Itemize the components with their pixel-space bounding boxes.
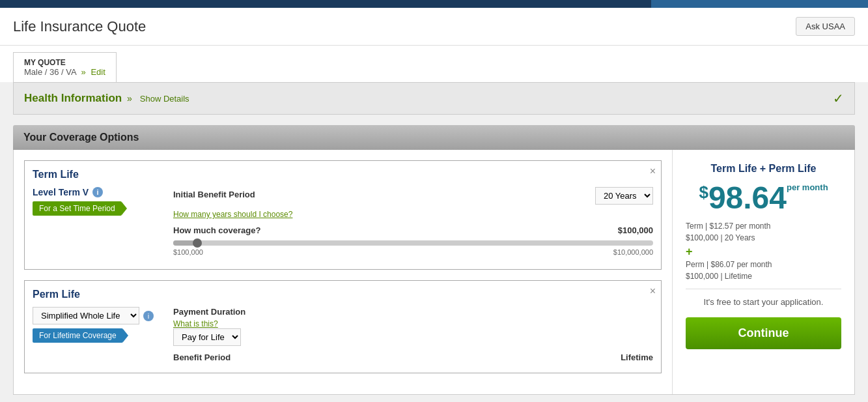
- perm-life-title: Perm Life: [33, 289, 653, 300]
- term-life-product-right: Initial Benefit Period 10 Years 15 Years…: [173, 187, 653, 261]
- slider-thumb[interactable]: [193, 238, 202, 248]
- perm-breakdown-line1: Perm | $86.07 per month: [686, 260, 841, 269]
- what-is-this-link[interactable]: What is this?: [173, 319, 653, 328]
- health-arrows: »: [127, 93, 132, 104]
- perm-breakdown-line2: $100,000 | Lifetime: [686, 272, 841, 281]
- left-panel: Term Life × Level Term V i For a Set Tim…: [14, 150, 672, 394]
- how-link[interactable]: How many years should I choose?: [173, 210, 292, 219]
- level-term-v-label: Level Term V: [33, 187, 89, 197]
- perm-life-product-row: Simplified Whole Life Traditional Whole …: [33, 307, 653, 365]
- term-breakdown-line2: $100,000 | 20 Years: [686, 233, 841, 242]
- perm-life-close-icon[interactable]: ×: [650, 286, 656, 296]
- slider-container: $100,000 $10,000,000: [173, 240, 653, 256]
- term-life-section: Term Life × Level Term V i For a Set Tim…: [24, 160, 662, 270]
- edit-link[interactable]: Edit: [91, 67, 105, 77]
- free-text: It's free to start your application.: [686, 297, 841, 307]
- perm-life-tag: For Lifetime Coverage: [33, 328, 123, 343]
- coverage-amount-value: $100,000: [618, 225, 653, 235]
- right-panel: Term Life + Perm Life $98.64per month Te…: [672, 150, 854, 394]
- how-many-years-link[interactable]: How many years should I choose?: [173, 208, 653, 219]
- coverage-header: Your Coverage Options: [13, 125, 855, 150]
- perm-life-section: Perm Life × Simplified Whole Life Tradit…: [24, 280, 662, 373]
- perm-product-select[interactable]: Simplified Whole Life Traditional Whole …: [33, 307, 139, 324]
- perm-product-dropdown-row: Simplified Whole Life Traditional Whole …: [33, 307, 163, 324]
- term-life-tag: For a Set Time Period: [33, 201, 122, 216]
- my-quote-details: Male / 36 / VA: [24, 67, 76, 77]
- perm-row: Payment Duration What is this? Pay for L…: [173, 307, 653, 346]
- health-title: Health Information: [24, 92, 122, 104]
- slider-labels: $100,000 $10,000,000: [173, 248, 653, 256]
- show-details-link[interactable]: Show Details: [140, 94, 189, 104]
- term-life-close-icon[interactable]: ×: [650, 166, 656, 177]
- payment-duration-select[interactable]: Pay for Life 10 Pay 20 Pay: [173, 328, 241, 346]
- term-life-product-left: Level Term V i For a Set Time Period: [33, 187, 163, 216]
- my-quote-info: Male / 36 / VA » Edit: [24, 67, 105, 77]
- benefit-period-perm-row: Benefit Period Lifetime: [173, 352, 653, 365]
- plus-sign: +: [686, 245, 841, 259]
- benefit-period-select[interactable]: 10 Years 15 Years 20 Years 25 Years 30 Y…: [595, 187, 653, 205]
- term-life-product-name: Level Term V i: [33, 187, 163, 197]
- continue-button[interactable]: Continue: [686, 317, 841, 349]
- term-life-title: Term Life: [33, 169, 653, 180]
- slider-min-label: $100,000: [173, 248, 203, 256]
- ask-usaa-button[interactable]: Ask USAA: [796, 17, 855, 36]
- page-header: Life Insurance Quote Ask USAA: [0, 8, 868, 46]
- my-quote-arrows: »: [81, 67, 86, 77]
- coverage-section: Your Coverage Options Term Life × Level …: [13, 125, 855, 395]
- divider: [686, 289, 841, 289]
- price-dollar-sign: $: [699, 182, 708, 202]
- term-life-product-row: Level Term V i For a Set Time Period Ini…: [33, 187, 653, 261]
- health-info-left: Health Information » Show Details: [24, 92, 189, 105]
- coverage-amount-row: How much coverage? $100,000: [173, 225, 653, 235]
- price-container: $98.64per month: [686, 182, 841, 214]
- my-quote-tab: MY QUOTE Male / 36 / VA » Edit: [13, 52, 117, 82]
- benefit-period-perm-label: Benefit Period: [173, 352, 231, 362]
- slider-max-label: $10,000,000: [613, 248, 653, 256]
- my-quote-label: MY QUOTE: [24, 58, 105, 67]
- right-title: Term Life + Perm Life: [686, 163, 841, 175]
- perm-info-icon[interactable]: i: [143, 311, 154, 321]
- page-title: Life Insurance Quote: [13, 18, 146, 35]
- checkmark-icon: ✓: [833, 91, 844, 106]
- health-section: Health Information » Show Details ✓: [13, 82, 855, 115]
- term-info-icon[interactable]: i: [92, 187, 103, 197]
- top-bar: [0, 0, 868, 8]
- coverage-slider[interactable]: [173, 240, 653, 246]
- payment-duration-col: Payment Duration What is this? Pay for L…: [173, 307, 653, 346]
- term-breakdown-line1: Term | $12.57 per month: [686, 222, 841, 231]
- perm-life-product-right: Payment Duration What is this? Pay for L…: [173, 307, 653, 365]
- benefit-period-label: Initial Benefit Period: [173, 190, 255, 199]
- coverage-amount-label: How much coverage?: [173, 225, 260, 235]
- benefit-period-row: Initial Benefit Period 10 Years 15 Years…: [173, 187, 653, 205]
- benefit-period-perm-value: Lifetime: [621, 352, 653, 365]
- coverage-body: Term Life × Level Term V i For a Set Tim…: [13, 150, 855, 395]
- price-number: 98.64: [708, 180, 787, 215]
- my-quote-section: MY QUOTE Male / 36 / VA » Edit: [0, 46, 868, 82]
- perm-life-product-left: Simplified Whole Life Traditional Whole …: [33, 307, 163, 343]
- payment-duration-label: Payment Duration: [173, 307, 653, 317]
- price-per-month: per month: [787, 182, 828, 192]
